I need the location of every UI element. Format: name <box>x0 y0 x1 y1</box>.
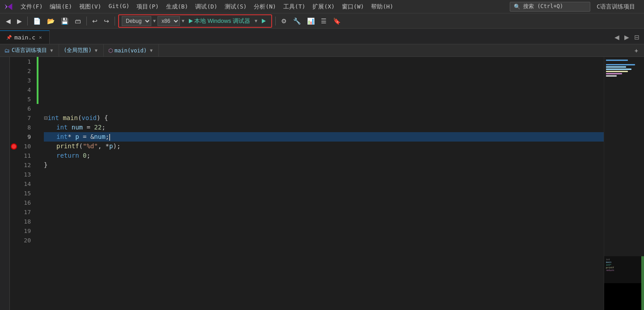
breakpoint-cell[interactable] <box>10 198 18 207</box>
left-edge <box>0 57 10 310</box>
nav-arrow2: ▼ <box>94 48 99 53</box>
nav-add-btn[interactable]: + <box>632 46 640 56</box>
code-line: return 0; <box>44 151 644 160</box>
breakpoint-cell[interactable] <box>10 189 18 198</box>
minimap-line <box>606 60 628 61</box>
vs-logo <box>4 2 13 12</box>
breakpoint-cell[interactable] <box>10 170 18 179</box>
back-btn[interactable]: ◀ <box>4 16 13 26</box>
code-line <box>44 104 644 113</box>
run-debugger-btn[interactable]: 本地 Windows 调试器 <box>186 16 253 26</box>
code-line <box>44 236 644 245</box>
breakpoint-cell[interactable] <box>10 57 18 66</box>
nav-function[interactable]: ⬡ main(void) ▼ <box>104 44 159 56</box>
tab-bar: 📌 main.c ✕ ◀ ▶ ⊟ <box>0 29 644 44</box>
code-area[interactable]: ⊟int main(void) {int num = 22;int* p = &… <box>37 57 644 310</box>
menu-item-window[interactable]: 窗口(W) <box>338 2 367 12</box>
breakpoint-cell[interactable] <box>10 85 18 95</box>
code-line <box>44 170 644 179</box>
minimap-terminal-preview: int main int* printf return <box>604 256 644 310</box>
breakpoint-cell[interactable] <box>10 132 18 142</box>
breakpoint-cell[interactable] <box>10 95 18 104</box>
gutter-row: 5 <box>10 95 37 104</box>
line-number: 15 <box>18 190 34 197</box>
code-line <box>44 198 644 207</box>
tools-btn3[interactable]: 📊 <box>305 16 317 26</box>
breakpoint-cell[interactable] <box>10 179 18 189</box>
fold-btn[interactable]: ⊟ <box>44 113 47 123</box>
menu-item-view[interactable]: 视图(V) <box>76 2 105 12</box>
menu-item-help[interactable]: 帮助(H) <box>367 2 397 12</box>
breakpoint-cell[interactable] <box>10 66 18 76</box>
line-number: 20 <box>18 237 34 244</box>
minimap-lines <box>606 60 642 77</box>
breakpoint-cell[interactable] <box>10 123 18 132</box>
search-box[interactable]: 🔍 搜索 (Ctrl+Q) <box>510 2 590 12</box>
menu-item-edit[interactable]: 编辑(E) <box>46 2 75 12</box>
line-number: 13 <box>18 171 34 178</box>
tools-btn4[interactable]: ☰ <box>319 16 329 26</box>
save-btn[interactable]: 💾 <box>59 16 71 26</box>
menu-item-test[interactable]: 测试(S) <box>221 2 250 12</box>
breakpoint-cell[interactable] <box>10 217 18 226</box>
breakpoint-cell[interactable] <box>10 236 18 245</box>
tab-scroll-left[interactable]: ◀ <box>613 33 621 42</box>
breakpoint-cell[interactable] <box>10 160 18 170</box>
breakpoint-cell[interactable] <box>10 113 18 123</box>
bookmark-btn[interactable]: 🔖 <box>331 16 343 26</box>
undo-btn[interactable]: ↩ <box>90 16 100 26</box>
minimap-line <box>606 71 628 72</box>
line-number: 5 <box>18 96 34 103</box>
menu-item-tools[interactable]: 工具(T) <box>280 2 309 12</box>
code-line: } <box>44 160 644 170</box>
tab-split-btn[interactable]: ⊟ <box>632 33 641 42</box>
forward-btn[interactable]: ▶ <box>15 16 24 26</box>
breakpoint-cell[interactable] <box>10 226 18 236</box>
minimap-line <box>606 64 635 65</box>
gutter-row: 12 <box>10 160 37 170</box>
run-btn2[interactable] <box>259 18 269 24</box>
breakpoint-cell[interactable] <box>10 104 18 113</box>
code-line: ⊟int main(void) { <box>44 113 644 123</box>
gutter-row: 15 <box>10 189 37 198</box>
menu-item-project[interactable]: 项目(P) <box>133 2 162 12</box>
debug-config-select[interactable]: Debug <box>122 16 151 26</box>
menu-item-git[interactable]: Git(G) <box>105 2 133 12</box>
breakpoint-cell[interactable] <box>10 142 18 151</box>
open-btn[interactable]: 📂 <box>45 16 57 26</box>
line-number: 14 <box>18 181 34 187</box>
menu-item-analyze[interactable]: 分析(N) <box>250 2 279 12</box>
tools-btn1[interactable]: ⚙ <box>279 16 289 26</box>
tab-close-btn[interactable]: ✕ <box>38 34 43 40</box>
gutter-row: 8 <box>10 123 37 132</box>
gutter-row: 7 <box>10 113 37 123</box>
tab-main-c[interactable]: 📌 main.c ✕ <box>0 30 50 44</box>
line-number: 18 <box>18 218 34 225</box>
arch-select[interactable]: x86 <box>158 16 180 26</box>
menu-item-build[interactable]: 生成(B) <box>162 2 192 12</box>
editor-container: 1234567891011121314151617181920 ⊟int mai… <box>0 57 644 310</box>
gutter-row: 20 <box>10 236 37 245</box>
minimap-code-preview: int main int* printf return <box>604 256 644 273</box>
nav-scope[interactable]: (全局范围) ▼ <box>59 44 103 56</box>
redo-btn[interactable]: ↪ <box>102 16 111 26</box>
search-placeholder: 搜索 (Ctrl+Q) <box>523 3 563 10</box>
search-icon: 🔍 <box>514 4 520 10</box>
menu-item-extensions[interactable]: 扩展(X) <box>309 2 338 12</box>
breakpoint-cell[interactable] <box>10 76 18 85</box>
save-all-btn[interactable]: 🗃 <box>73 16 83 26</box>
gutter-row: 10 <box>10 142 37 151</box>
new-file-btn[interactable]: 📄 <box>31 16 43 26</box>
code-line <box>44 189 644 198</box>
debug-toolbar: Debug ▼ x86 ▼ 本地 Windows 调试器 ▼ <box>118 14 272 28</box>
menu-item-debug[interactable]: 调试(D) <box>192 2 221 12</box>
breakpoint-cell[interactable] <box>10 151 18 160</box>
tab-scroll-right[interactable]: ▶ <box>623 33 631 42</box>
nav-project[interactable]: 🗂 C语言训练项目 ▼ <box>0 44 59 56</box>
breakpoint-cell[interactable] <box>10 207 18 217</box>
gutter-row: 11 <box>10 151 37 160</box>
nav-arrow1: ▼ <box>49 48 54 53</box>
tools-btn2[interactable]: 🔧 <box>291 16 303 26</box>
code-line <box>44 95 644 104</box>
menu-item-file[interactable]: 文件(F) <box>17 2 46 12</box>
